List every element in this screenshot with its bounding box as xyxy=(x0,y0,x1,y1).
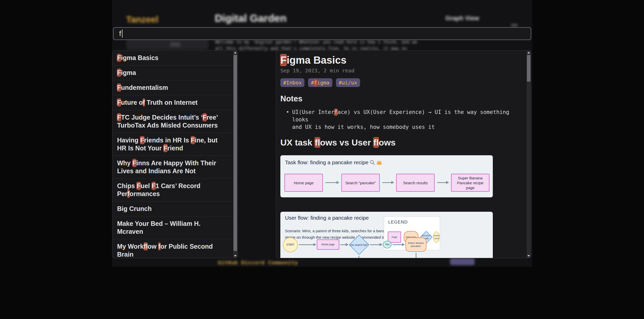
footer-links-blurred: GitHub Discord Community xyxy=(218,259,298,266)
tag-uiux[interactable]: #ui/ux xyxy=(336,78,360,87)
search-results-list: Figma BasicsFigmaFundementalismFuture of… xyxy=(113,51,233,258)
search-query-text: f xyxy=(119,30,121,38)
task-step-recipe: Super Banana Pancake recipe page xyxy=(451,174,489,192)
pancakes-emoji-icon xyxy=(376,160,382,165)
arrow-icon xyxy=(370,244,382,245)
search-result-item[interactable]: FTC Judge Decides Intuit’s ‘Free’ TurboT… xyxy=(113,110,233,133)
search-result-item[interactable]: Make Your Bed – William H. Mcraven xyxy=(113,216,233,239)
search-result-item[interactable]: Figma xyxy=(113,65,233,80)
user-flow-title: User flow: finding a pancake recipe xyxy=(285,215,369,221)
notes-heading: Notes xyxy=(280,94,516,103)
magnifier-emoji-icon xyxy=(370,160,375,165)
note-title: Figma Basics xyxy=(280,54,516,66)
text-cursor xyxy=(122,30,122,38)
legend-page-shape: Page xyxy=(388,231,401,243)
arrow-icon xyxy=(359,256,359,258)
scroll-up-icon[interactable] xyxy=(527,51,531,54)
result-preview-panel[interactable]: Figma Basics Sep 19, 2023, 2 min read #I… xyxy=(276,50,531,258)
arrow-icon xyxy=(325,182,339,183)
search-result-item[interactable]: Why Finns Are Happy With Their Lives and… xyxy=(113,156,233,178)
search-input[interactable]: f xyxy=(113,27,531,40)
search-result-item[interactable]: Future of Truth on Internet xyxy=(113,95,233,110)
search-result-item[interactable]: Having Friends in HR Is Fine, but HR Is … xyxy=(113,133,233,156)
task-step-home: Home page xyxy=(284,174,323,192)
footer-button-blurred xyxy=(450,258,475,265)
preview-scrollbar[interactable] xyxy=(527,51,531,258)
page-root: Tanzeel Digital Garden Graph View Welcom… xyxy=(0,0,644,319)
flows-heading: UX task flows vs User flows xyxy=(280,138,516,148)
task-step-search: Search "pancake" xyxy=(341,174,380,192)
flow-node-start: START xyxy=(283,237,298,252)
user-flow-image: User flow: finding a pancake recipe Scen… xyxy=(280,212,493,258)
task-step-results: Search results xyxy=(396,174,435,192)
search-result-item[interactable]: My Workflow for Public Second Brain xyxy=(113,239,233,258)
search-result-item[interactable]: Fundementalism xyxy=(113,80,233,95)
scrollbar-thumb[interactable] xyxy=(233,55,237,251)
page-intro-text-blurred: Welcome to my 'digital garden'! Whatever… xyxy=(215,38,492,52)
preview-content: Figma Basics Sep 19, 2023, 2 min read #I… xyxy=(276,51,527,258)
search-result-item[interactable]: Chips Fuel F1 Cars’ Record Performances xyxy=(113,178,233,201)
site-title: Digital Garden xyxy=(215,12,287,24)
arrow-icon xyxy=(340,244,348,245)
task-flow-title: Task flow: finding a pancake recipe xyxy=(285,159,382,166)
notes-bullet: UI(User Interface) vs UX(User Experience… xyxy=(280,109,516,131)
search-result-item[interactable]: Big Crunch xyxy=(113,201,233,216)
results-scrollbar[interactable] xyxy=(233,51,237,258)
flow-node-home: Home page xyxy=(317,239,339,250)
note-meta: Sep 19, 2023, 2 min read xyxy=(280,67,516,74)
scrollbar-thumb[interactable] xyxy=(527,55,530,82)
scroll-down-icon[interactable] xyxy=(233,254,237,258)
tag-list: #Inbox #figma #ui/ux xyxy=(280,78,516,87)
page-searchbar-blurred xyxy=(126,39,209,50)
legend-startend-shape: START / END xyxy=(433,231,439,243)
flow-node-enters: Enters 'banana pancakes' xyxy=(405,237,426,252)
scroll-up-icon[interactable] xyxy=(233,51,237,54)
search-results-panel: Figma BasicsFigmaFundementalismFuture of… xyxy=(112,50,238,258)
scroll-down-icon[interactable] xyxy=(527,254,531,258)
arrow-icon xyxy=(382,182,394,183)
task-flow-image: Task flow: finding a pancake recipe Home… xyxy=(280,155,493,197)
arrow-icon xyxy=(437,182,448,183)
graph-view-label: Graph View xyxy=(445,15,479,22)
arrow-icon xyxy=(416,253,416,258)
shortcut-hint-blurred xyxy=(170,42,180,47)
tag-inbox[interactable]: #Inbox xyxy=(280,78,304,87)
arrow-icon xyxy=(393,244,404,245)
search-result-item[interactable]: Figma Basics xyxy=(113,51,233,65)
arrow-icon xyxy=(299,244,316,245)
legend-title: LEGEND xyxy=(388,220,408,225)
flow-node-yes: Yes xyxy=(383,241,392,248)
flow-node-decision: Use search bar? xyxy=(349,235,369,255)
theme-toggle-blurred xyxy=(511,24,518,27)
site-logo: Tanzeel xyxy=(126,14,158,25)
tag-figma[interactable]: #figma xyxy=(308,78,332,87)
